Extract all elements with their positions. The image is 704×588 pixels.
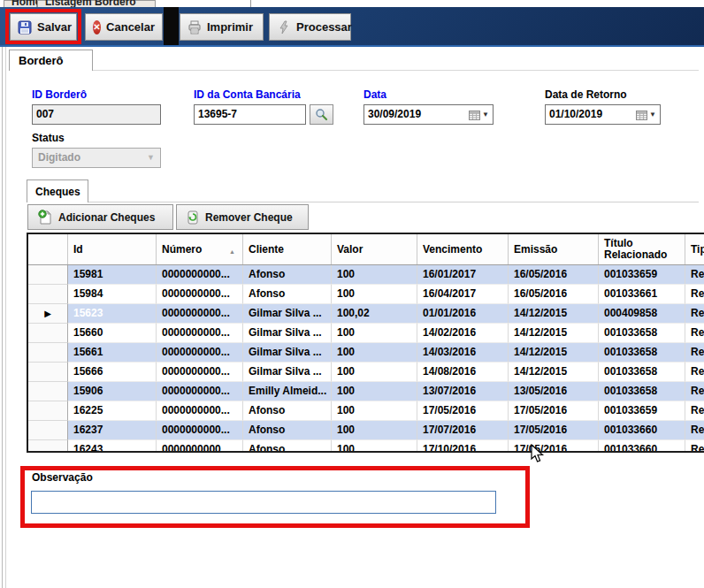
grid-cell[interactable]: Afonso <box>243 440 332 453</box>
row-selector-cell[interactable] <box>28 382 68 401</box>
processar-button[interactable]: Processar <box>269 13 351 41</box>
row-selector-cell[interactable] <box>28 421 68 440</box>
row-selector-arrow[interactable]: ▶ <box>28 304 68 324</box>
grid-cell[interactable]: 15660 <box>68 324 157 343</box>
column-header[interactable]: Id <box>68 234 157 264</box>
row-selector-cell[interactable] <box>28 343 68 363</box>
grid-row[interactable]: 159810000000000...Afonso10016/01/201716/… <box>28 265 704 285</box>
grid-cell[interactable]: 000409858 <box>599 304 685 324</box>
id-bordero-field[interactable]: 007 <box>32 104 161 125</box>
row-selector-cell[interactable] <box>28 265 68 285</box>
column-header[interactable]: Valor <box>332 234 417 264</box>
grid-row[interactable]: 156610000000000...Gilmar Silva ...10014/… <box>28 343 704 363</box>
grid-cell[interactable]: 14/12/2015 <box>509 304 599 324</box>
grid-cell[interactable]: Re <box>685 440 704 453</box>
row-selector-header[interactable] <box>28 234 68 264</box>
grid-row[interactable]: 156660000000000...Gilmar Silva ...10014/… <box>28 363 704 382</box>
column-header[interactable]: Emissão <box>509 234 599 264</box>
grid-cell[interactable]: Re <box>685 421 704 440</box>
grid-cell[interactable]: 0000000000... <box>157 304 243 324</box>
grid-cell[interactable]: 100 <box>332 440 417 453</box>
grid-cell[interactable]: 15906 <box>68 382 157 401</box>
grid-row[interactable]: 162370000000000...Afonso10017/07/201617/… <box>28 421 704 440</box>
grid-cell[interactable]: Re <box>685 401 704 421</box>
grid-cell[interactable]: Re <box>685 382 704 401</box>
grid-cell[interactable]: 16/05/2016 <box>509 265 599 285</box>
remover-cheque-button[interactable]: Remover Cheque <box>176 204 309 230</box>
grid-cell[interactable]: 100 <box>332 363 417 382</box>
grid-cell[interactable]: 13/05/2016 <box>509 382 599 401</box>
grid-cell[interactable]: 17/07/2016 <box>417 421 509 440</box>
grid-cell[interactable]: Afonso <box>243 285 332 304</box>
grid-cell[interactable]: 100 <box>332 343 417 363</box>
grid-cell[interactable]: 15984 <box>68 285 157 304</box>
grid-cell[interactable]: 0000000000... <box>157 421 243 440</box>
grid-cell[interactable]: Emilly Almeid... <box>243 382 332 401</box>
grid-cell[interactable]: Re <box>685 324 704 343</box>
grid-cell[interactable]: Re <box>685 363 704 382</box>
grid-row[interactable]: 162430000000000...Afonso10017/10/201617/… <box>28 440 704 453</box>
grid-cell[interactable]: 100 <box>332 324 417 343</box>
id-conta-field[interactable]: 13695-7 <box>194 104 306 125</box>
grid-cell[interactable]: 14/03/2016 <box>417 343 509 363</box>
grid-row[interactable]: ▶156230000000000...Gilmar Silva ...100,0… <box>28 304 704 324</box>
grid-cell[interactable]: 15981 <box>68 265 157 285</box>
grid-cell[interactable]: 0000000000... <box>157 285 243 304</box>
column-header[interactable]: Tipo do título <box>685 234 704 264</box>
row-selector-cell[interactable] <box>28 363 68 382</box>
grid-cell[interactable]: 17/10/2016 <box>417 440 509 453</box>
grid-cell[interactable]: 15623 <box>68 304 157 324</box>
grid-cell[interactable]: 16/04/2017 <box>417 285 509 304</box>
tab-listagem-bordero[interactable]: Listagem Borderô <box>37 0 156 7</box>
row-selector-cell[interactable] <box>28 440 68 453</box>
grid-cell[interactable]: 16237 <box>68 421 157 440</box>
row-selector-cell[interactable] <box>28 401 68 421</box>
row-selector-cell[interactable] <box>28 324 68 343</box>
grid-row[interactable]: 156600000000000...Gilmar Silva ...10014/… <box>28 324 704 343</box>
cancelar-button[interactable]: ✕ Cancelar <box>85 13 163 41</box>
grid-cell[interactable]: 100 <box>332 382 417 401</box>
grid-cell[interactable]: 0000000000... <box>157 363 243 382</box>
grid-row[interactable]: 159840000000000...Afonso10016/04/201716/… <box>28 285 704 304</box>
grid-cell[interactable]: 0000000000... <box>157 343 243 363</box>
grid-cell[interactable]: Re <box>685 285 704 304</box>
grid-cell[interactable]: 0000000000... <box>157 265 243 285</box>
grid-cell[interactable]: 15661 <box>68 343 157 363</box>
column-header[interactable]: Vencimento <box>417 234 509 264</box>
grid-cell[interactable]: 0000000000... <box>157 382 243 401</box>
grid-cell[interactable]: 15666 <box>68 363 157 382</box>
tab-home[interactable]: Home <box>4 0 37 7</box>
column-header[interactable]: Número▲ <box>157 234 243 264</box>
grid-cell[interactable]: 17/05/2016 <box>509 440 599 453</box>
column-header[interactable]: Cliente <box>243 234 332 264</box>
grid-cell[interactable]: 001033661 <box>599 285 685 304</box>
grid-cell[interactable]: 001033658 <box>599 343 685 363</box>
tab-cheques[interactable]: Cheques <box>27 179 88 202</box>
grid-cell[interactable]: 14/02/2016 <box>417 324 509 343</box>
data-field[interactable]: 30/09/2019 ▼ <box>363 104 494 125</box>
grid-cell[interactable]: 001033660 <box>599 421 685 440</box>
grid-cell[interactable]: 0000000000... <box>157 324 243 343</box>
grid-cell[interactable]: Afonso <box>243 421 332 440</box>
grid-cell[interactable]: 001033658 <box>599 363 685 382</box>
grid-cell[interactable]: 14/12/2015 <box>509 363 599 382</box>
data-retorno-field[interactable]: 01/10/2019 ▼ <box>545 104 661 125</box>
dropdown-arrow-icon[interactable]: ▼ <box>482 105 489 124</box>
grid-cell[interactable]: 14/12/2015 <box>509 343 599 363</box>
grid-cell[interactable]: 001033660 <box>599 440 685 453</box>
column-header[interactable]: Título Relacionado <box>599 234 685 264</box>
grid-cell[interactable]: Gilmar Silva ... <box>243 304 332 324</box>
grid-cell[interactable]: 0000000000... <box>157 401 243 421</box>
grid-cell[interactable]: 14/12/2015 <box>509 324 599 343</box>
grid-cell[interactable]: Gilmar Silva ... <box>243 363 332 382</box>
grid-cell[interactable]: Afonso <box>243 401 332 421</box>
grid-cell[interactable]: 01/01/2016 <box>417 304 509 324</box>
dropdown-arrow-icon[interactable]: ▼ <box>649 105 656 124</box>
grid-cell[interactable]: Re <box>685 343 704 363</box>
grid-cell[interactable]: 001033658 <box>599 324 685 343</box>
imprimir-button[interactable]: Imprimir <box>180 13 264 41</box>
grid-cell[interactable]: 100 <box>332 265 417 285</box>
grid-cell[interactable]: 100,02 <box>332 304 417 324</box>
grid-row[interactable]: 162250000000000...Afonso10017/05/201617/… <box>28 401 704 421</box>
grid-cell[interactable]: Re <box>685 265 704 285</box>
